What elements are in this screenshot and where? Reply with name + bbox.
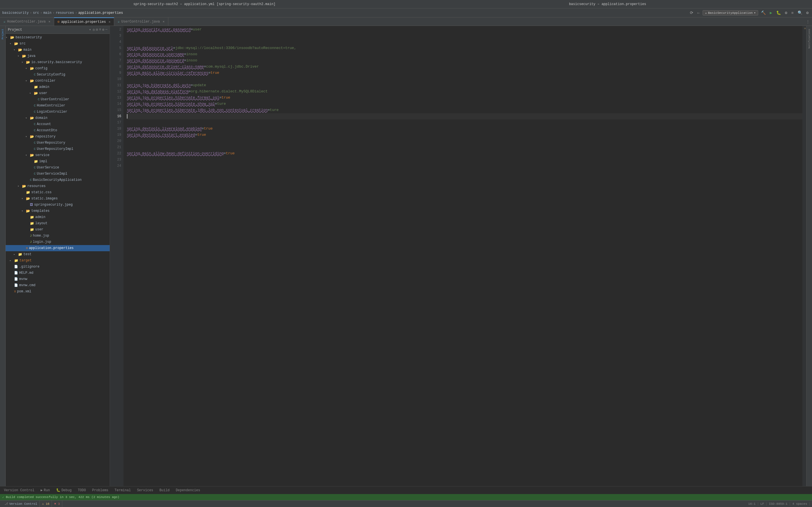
tree-item-resources[interactable]: ▾📂resources [6,183,110,189]
breadcrumb-main[interactable]: main [43,11,52,15]
debug-icon[interactable]: 🐛 [775,10,782,16]
tree-item-application.properties[interactable]: ⚙application.properties [6,245,110,251]
code-line-15[interactable]: spring.jpa.properties.hibernate.jdbc.lob… [127,107,802,113]
code-line-8[interactable]: spring.datasource.driver-class-name=com.… [127,64,802,70]
tree-item-UserService[interactable]: CUserService [6,165,110,171]
tree-item-templates[interactable]: ▾📂templates [6,208,110,214]
tree-item-mvnw.cmd[interactable]: 📄mvnw.cmd [6,282,110,288]
code-line-17[interactable] [127,119,802,126]
bottom-tab-dependencies[interactable]: Dependencies [173,487,203,494]
code-line-3[interactable] [127,33,802,39]
tree-item-mvnw[interactable]: 📄mvnw [6,276,110,282]
tab-usercontroller[interactable]: ☕ UserController.java ✕ [114,17,168,25]
tree-item-service[interactable]: ▾📂service [6,152,110,158]
project-panel-dropdown-icon[interactable]: ▾ [89,27,91,32]
tree-item-.gitignore[interactable]: 📄.gitignore [6,264,110,270]
back-icon[interactable]: ← [696,10,701,16]
tree-item-admin-tmpl[interactable]: 📁admin [6,214,110,220]
tree-item-AccountDto[interactable]: CAccountDto [6,127,110,133]
bottom-tab-version-control[interactable]: Version Control [1,487,37,494]
run-config-selector[interactable]: ☕ BasicSecurityApplication ▾ [703,10,758,15]
code-line-18[interactable]: spring.devtools.livereload.enabled=true [127,126,802,132]
tree-item-Account[interactable]: CAccount [6,121,110,127]
tree-item-UserController[interactable]: CUserController [6,96,110,103]
minimize-icon[interactable]: ─ [105,27,107,32]
tree-item-user-folder[interactable]: ▾📂user [6,90,110,96]
bottom-tab-problems[interactable]: Problems [89,487,111,494]
tree-item-target[interactable]: ▸📁target [6,258,110,264]
tree-item-HELP.md[interactable]: 📄HELP.md [6,270,110,276]
tree-item-UserRepository[interactable]: CUserRepository [6,140,110,146]
tree-item-HomeController[interactable]: CHomeController [6,103,110,109]
tree-item-BasicSecurityApplication[interactable]: CBasicSecurityApplication [6,177,110,183]
editor-content[interactable]: 23456789101112131415161718192021222324 s… [110,26,806,486]
search-icon[interactable]: 🔍 [797,10,804,16]
build-icon[interactable]: 🔨 [760,10,767,16]
tree-item-domain[interactable]: ▾📂domain [6,115,110,121]
gear-settings-icon[interactable]: ⚙ [102,27,104,32]
code-line-22[interactable]: spring.main.allow-bean-definition-overri… [127,151,802,157]
tab-homecontroller[interactable]: ☕ HomeController.java ✕ [0,17,54,25]
tree-item-LoginController[interactable]: CLoginController [6,109,110,115]
tree-item-static.css[interactable]: 📁static.css [6,189,110,195]
tree-item-basicsecurity-root[interactable]: ▾📂basicsecurity [6,34,110,41]
code-line-6[interactable]: spring.datasource.username=insoo [127,51,802,57]
breadcrumb-basicsecurity[interactable]: basicsecurity [2,11,29,15]
code-line-4[interactable] [127,39,802,45]
bottom-tab-terminal[interactable]: Terminal [112,487,134,494]
code-line-11[interactable]: spring.jpa.hibernate.ddl-auto=update [127,82,802,89]
tree-item-java[interactable]: ▾📂java [6,53,110,59]
tree-item-config[interactable]: ▾📂config [6,65,110,71]
notifications-label[interactable]: Notifications [808,27,811,50]
code-line-13[interactable]: spring.jpa.properties.hibernate.format_s… [127,95,802,101]
tree-item-home.jsp[interactable]: Jhome.jsp [6,233,110,239]
stop-icon[interactable]: ■ [790,10,795,16]
code-line-9[interactable]: spring.main.allow-circular-references=tr… [127,70,802,76]
bottom-tab-debug[interactable]: 🐛Debug [53,487,74,494]
tab-applicationproperties-close[interactable]: ✕ [109,20,110,24]
vcs-status[interactable]: ⎇ Version Control [2,501,40,507]
code-line-20[interactable] [127,138,802,144]
tree-item-io.security.basicsecurity[interactable]: ▾📂io.security.basicsecurity [6,59,110,65]
tree-item-admin[interactable]: 📁admin [6,84,110,90]
tree-item-static.images[interactable]: ▾📂static.images [6,195,110,202]
bottom-tab-services[interactable]: Services [134,487,156,494]
tree-item-springsecurity.jpeg[interactable]: 🖼springsecurity.jpeg [6,202,110,208]
tree-item-test[interactable]: ▸📁test [6,251,110,258]
code-line-24[interactable] [127,163,802,169]
indent-settings[interactable]: 4 spaces [790,502,810,506]
code-line-12[interactable]: spring.jpa.database-platform=org.hiberna… [127,89,802,95]
code-line-21[interactable] [127,144,802,151]
tree-item-UserRepositoryImpl[interactable]: CUserRepositoryImpl [6,146,110,152]
tab-applicationproperties[interactable]: ⚙ application.properties ✕ [54,17,114,25]
line-ending[interactable]: LF [758,502,767,506]
code-line-2[interactable]: spring.security.user.password=user [127,26,802,33]
tab-usercontroller-close[interactable]: ✕ [163,20,165,23]
code-line-7[interactable]: spring.datasource.password=insoo [127,57,802,64]
error-status[interactable]: ✖ 3 [52,501,62,507]
breadcrumb-resources[interactable]: resources [56,11,74,15]
coverage-icon[interactable]: ⚙ [784,10,788,16]
bottom-tab-build[interactable]: Build [157,487,172,494]
run-icon[interactable]: ▶ [769,10,773,16]
tree-item-controller[interactable]: ▾📂controller [6,78,110,84]
tree-item-impl[interactable]: 📁impl [6,158,110,165]
editor-scrollbar[interactable]: ⚠ [802,26,806,486]
filter-icon[interactable]: ≡ [99,27,101,32]
tab-homecontroller-close[interactable]: ✕ [49,20,50,23]
bottom-tab-run[interactable]: ▶Run [38,487,53,494]
code-line-14[interactable]: spring.jpa.properties.hibernate.show_sql… [127,101,802,107]
code-line-10[interactable] [127,76,802,82]
tree-item-pom.xml[interactable]: Xpom.xml [6,288,110,295]
tree-item-login.jsp[interactable]: Jlogin.jsp [6,239,110,245]
tab-more-button[interactable]: ⋮ [804,19,812,24]
warning-status[interactable]: ⚠ 16 [40,501,52,507]
code-area[interactable]: spring.security.user.password=user sprin… [123,26,802,486]
tree-item-main[interactable]: ▾📂main [6,47,110,53]
project-sidebar-icon[interactable]: Project [1,27,5,41]
collapse-all-icon[interactable]: ⊟ [96,27,98,32]
charset[interactable]: ISO-8859-1 [767,502,790,506]
locate-icon[interactable]: ◎ [93,27,95,32]
bottom-tab-todo[interactable]: TODO [75,487,89,494]
cursor-position[interactable]: 16:1 [746,502,758,506]
